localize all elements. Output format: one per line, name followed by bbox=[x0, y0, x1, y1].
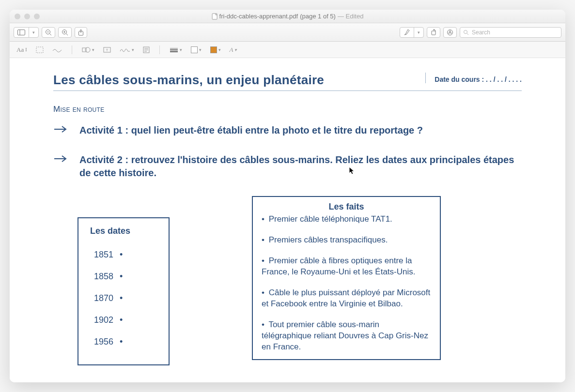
document-main-title: Les câbles sous-marins, un enjeu planéta… bbox=[53, 73, 425, 88]
fact-item: • Premiers câbles transpacifiques. bbox=[262, 235, 431, 246]
matching-area: Les dates 1851 • 1858 • 1870 • 1902 • 19… bbox=[53, 196, 522, 365]
toolbar-separator bbox=[72, 45, 72, 54]
svg-line-15 bbox=[467, 33, 468, 35]
svg-line-4 bbox=[50, 33, 52, 35]
window-title: fri-ddc-cables-apprenant.pdf (page 1 of … bbox=[212, 13, 364, 20]
svg-point-14 bbox=[464, 30, 467, 33]
window-title-status: — Edited bbox=[338, 13, 363, 20]
search-icon bbox=[463, 30, 469, 35]
search-box[interactable] bbox=[460, 27, 561, 38]
dates-box-title: Les dates bbox=[90, 226, 157, 236]
activity-1-row: Activité 1 : quel lien peut-être établi … bbox=[53, 124, 522, 137]
activity-2-row: Activité 2 : retrouvez l'histoire des câ… bbox=[53, 153, 522, 180]
fill-color-tool[interactable]: ▾ bbox=[208, 45, 223, 54]
dates-box: Les dates 1851 • 1858 • 1870 • 1902 • 19… bbox=[78, 217, 170, 365]
sketch-tool[interactable] bbox=[50, 46, 64, 54]
window-title-pageinfo: (page 1 of 5) bbox=[300, 13, 336, 20]
rotate-button[interactable] bbox=[427, 27, 440, 38]
fact-item: • Tout premier câble sous-marin télégrap… bbox=[262, 319, 431, 353]
zoom-in-button[interactable] bbox=[58, 27, 72, 38]
markup-button[interactable]: ▾ bbox=[400, 27, 424, 38]
activity-2-text: Activité 2 : retrouvez l'histoire des câ… bbox=[79, 153, 522, 180]
document-header: Les câbles sous-marins, un enjeu planéta… bbox=[53, 73, 522, 91]
arrow-icon bbox=[53, 125, 68, 134]
course-date-label: Date du cours : . . / . . / . . . . bbox=[425, 73, 522, 83]
svg-rect-12 bbox=[432, 31, 435, 35]
select-tool[interactable] bbox=[34, 45, 46, 54]
svg-rect-16 bbox=[36, 47, 43, 53]
arrow-icon bbox=[53, 154, 68, 163]
annotation-toolbar: AaI ▾ T ▾ ▾ ▾ bbox=[10, 42, 565, 58]
svg-line-7 bbox=[66, 33, 68, 35]
facts-box-title: Les faits bbox=[262, 202, 431, 212]
activity-1-text: Activité 1 : quel lien peut-être établi … bbox=[79, 124, 423, 137]
share-button[interactable] bbox=[75, 27, 87, 38]
date-row: 1851 • bbox=[90, 244, 157, 266]
chevron-down-icon: ▾ bbox=[414, 28, 423, 37]
minimize-window-button[interactable] bbox=[24, 14, 30, 19]
shapes-tool[interactable]: ▾ bbox=[80, 45, 96, 54]
svg-text:T: T bbox=[106, 48, 108, 52]
app-window: fri-ddc-cables-apprenant.pdf (page 1 of … bbox=[10, 10, 565, 382]
note-tool[interactable] bbox=[141, 45, 152, 54]
svg-rect-1 bbox=[18, 30, 25, 35]
window-controls bbox=[15, 14, 40, 19]
line-style-tool[interactable]: ▾ bbox=[168, 46, 184, 53]
primary-toolbar: ▾ ▾ bbox=[10, 23, 565, 42]
title-bar: fri-ddc-cables-apprenant.pdf (page 1 of … bbox=[10, 10, 565, 23]
annotate-button[interactable] bbox=[443, 27, 457, 38]
date-row: 1902 • bbox=[90, 309, 157, 331]
chevron-down-icon: ▾ bbox=[29, 28, 38, 37]
orange-swatch bbox=[210, 46, 217, 53]
toolbar-separator bbox=[159, 45, 160, 54]
date-row: 1858 • bbox=[90, 266, 157, 287]
sidebar-view-button[interactable]: ▾ bbox=[14, 27, 39, 38]
sidebar-icon bbox=[14, 28, 29, 37]
search-input[interactable] bbox=[472, 29, 558, 36]
border-color-tool[interactable]: ▾ bbox=[189, 45, 203, 54]
document-viewport[interactable]: Les câbles sous-marins, un enjeu planéta… bbox=[10, 58, 565, 382]
section-heading: Mise en route bbox=[53, 105, 522, 114]
fact-item: • Câble le plus puissant déployé par Mic… bbox=[262, 287, 431, 310]
fact-item: • Premier câble téléphonique TAT1. bbox=[262, 214, 431, 225]
document-icon bbox=[212, 13, 218, 20]
white-swatch bbox=[191, 46, 198, 53]
text-tool[interactable]: AaI bbox=[15, 45, 29, 55]
textbox-tool[interactable]: T bbox=[101, 45, 113, 54]
zoom-out-button[interactable] bbox=[42, 27, 55, 38]
date-row: 1870 • bbox=[90, 287, 157, 309]
window-title-filename: fri-ddc-cables-apprenant.pdf bbox=[219, 13, 298, 20]
date-row: 1956 • bbox=[90, 331, 157, 353]
facts-box: Les faits • Premier câble téléphonique T… bbox=[252, 196, 441, 360]
close-window-button[interactable] bbox=[15, 14, 20, 19]
fact-item: • Premier câble à fibres optiques entre … bbox=[262, 256, 431, 278]
maximize-window-button[interactable] bbox=[34, 14, 40, 19]
text-style-tool[interactable]: A ▾ bbox=[228, 45, 239, 55]
highlighter-icon bbox=[400, 28, 414, 37]
sign-tool[interactable]: ▾ bbox=[118, 46, 136, 54]
